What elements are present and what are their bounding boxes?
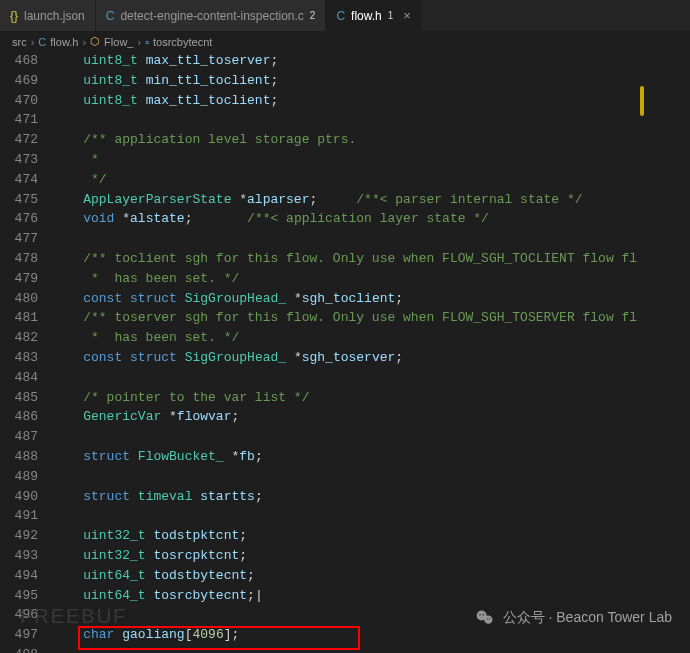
code-line[interactable]: */ [52, 170, 690, 190]
json-icon: {} [10, 9, 18, 23]
line-number: 490 [0, 487, 38, 507]
line-number: 489 [0, 467, 38, 487]
chevron-right-icon: › [137, 36, 141, 48]
line-number: 475 [0, 190, 38, 210]
line-number: 468 [0, 51, 38, 71]
line-number: 478 [0, 249, 38, 269]
line-number: 472 [0, 130, 38, 150]
code-line[interactable] [52, 506, 690, 526]
code-line[interactable]: uint32_t tosrcpktcnt; [52, 546, 690, 566]
watermark-right: 公众号 · Beacon Tower Lab [475, 608, 672, 628]
line-number: 481 [0, 308, 38, 328]
code-line[interactable]: void *alstate; /**< application layer st… [52, 209, 690, 229]
code-line[interactable] [52, 467, 690, 487]
line-number: 480 [0, 289, 38, 309]
line-number-gutter: 4684694704714724734744754764774784794804… [0, 51, 52, 653]
chevron-right-icon: › [31, 36, 35, 48]
code-line[interactable]: * has been set. */ [52, 269, 690, 289]
watermark-left: FREEBUF [20, 605, 127, 628]
line-number: 484 [0, 368, 38, 388]
code-line[interactable]: uint8_t max_ttl_toclient; [52, 91, 690, 111]
code-line[interactable]: uint64_t tosrcbytecnt;| [52, 586, 690, 606]
svg-point-1 [484, 616, 492, 624]
code-line[interactable]: struct timeval startts; [52, 487, 690, 507]
code-line[interactable]: * [52, 150, 690, 170]
code-line[interactable]: /** toserver sgh for this flow. Only use… [52, 308, 690, 328]
line-number: 470 [0, 91, 38, 111]
code-line[interactable]: GenericVar *flowvar; [52, 407, 690, 427]
line-number: 469 [0, 71, 38, 91]
code-line[interactable]: char gaoliang[4096]; [52, 625, 690, 645]
line-number: 483 [0, 348, 38, 368]
line-number: 491 [0, 506, 38, 526]
code-line[interactable]: uint8_t min_ttl_toclient; [52, 71, 690, 91]
problem-indicator[interactable] [640, 86, 644, 116]
line-number: 471 [0, 110, 38, 130]
c-file-icon: C [106, 9, 115, 23]
svg-point-2 [479, 614, 481, 616]
code-line[interactable]: uint32_t todstpktcnt; [52, 526, 690, 546]
tab-modified-count: 2 [310, 10, 316, 21]
code-line[interactable] [52, 229, 690, 249]
close-icon[interactable]: × [399, 8, 411, 23]
code-content[interactable]: uint8_t max_ttl_toserver; uint8_t min_tt… [52, 51, 690, 653]
tab-label: launch.json [24, 9, 85, 23]
code-line[interactable]: * has been set. */ [52, 328, 690, 348]
svg-point-5 [489, 618, 490, 619]
chevron-right-icon: › [82, 36, 86, 48]
line-number: 494 [0, 566, 38, 586]
breadcrumb-item[interactable]: Flow_ [104, 36, 133, 48]
code-line[interactable] [52, 645, 690, 653]
code-line[interactable]: const struct SigGroupHead_ *sgh_toserver… [52, 348, 690, 368]
svg-point-4 [486, 618, 487, 619]
line-number: 476 [0, 209, 38, 229]
line-number: 495 [0, 586, 38, 606]
tab-launch-json[interactable]: {} launch.json [0, 0, 96, 31]
code-line[interactable]: /** application level storage ptrs. [52, 130, 690, 150]
breadcrumb: src › C flow.h › ⬡ Flow_ › ▫ tosrcbytecn… [0, 32, 690, 51]
line-number: 474 [0, 170, 38, 190]
breadcrumb-item[interactable]: flow.h [50, 36, 78, 48]
line-number: 497 [0, 625, 38, 645]
breadcrumb-item[interactable]: tosrcbytecnt [153, 36, 212, 48]
wechat-icon [475, 608, 495, 628]
tab-detect-engine[interactable]: C detect-engine-content-inspection.c 2 [96, 0, 327, 31]
code-line[interactable]: AppLayerParserState *alparser; /**< pars… [52, 190, 690, 210]
tab-flow-h[interactable]: C flow.h 1 × [326, 0, 422, 31]
tab-modified-count: 1 [388, 10, 394, 21]
code-editor[interactable]: 4684694704714724734744754764774784794804… [0, 51, 690, 653]
code-line[interactable]: struct FlowBucket_ *fb; [52, 447, 690, 467]
line-number: 477 [0, 229, 38, 249]
line-number: 479 [0, 269, 38, 289]
line-number: 473 [0, 150, 38, 170]
line-number: 487 [0, 427, 38, 447]
svg-point-3 [482, 614, 484, 616]
tab-label: flow.h [351, 9, 382, 23]
code-line[interactable] [52, 110, 690, 130]
code-line[interactable] [52, 368, 690, 388]
c-file-icon: C [38, 36, 46, 48]
code-line[interactable]: uint64_t todstbytecnt; [52, 566, 690, 586]
c-file-icon: C [336, 9, 345, 23]
line-number: 493 [0, 546, 38, 566]
breadcrumb-item[interactable]: src [12, 36, 27, 48]
code-line[interactable]: const struct SigGroupHead_ *sgh_toclient… [52, 289, 690, 309]
code-line[interactable] [52, 427, 690, 447]
field-icon: ▫ [145, 36, 149, 48]
editor-tabs: {} launch.json C detect-engine-content-i… [0, 0, 690, 32]
struct-icon: ⬡ [90, 35, 100, 48]
line-number: 498 [0, 645, 38, 653]
line-number: 488 [0, 447, 38, 467]
code-line[interactable]: /* pointer to the var list */ [52, 388, 690, 408]
line-number: 486 [0, 407, 38, 427]
code-line[interactable]: uint8_t max_ttl_toserver; [52, 51, 690, 71]
line-number: 485 [0, 388, 38, 408]
watermark-text: 公众号 · Beacon Tower Lab [503, 609, 672, 627]
code-line[interactable]: /** toclient sgh for this flow. Only use… [52, 249, 690, 269]
line-number: 492 [0, 526, 38, 546]
line-number: 482 [0, 328, 38, 348]
tab-label: detect-engine-content-inspection.c [120, 9, 303, 23]
